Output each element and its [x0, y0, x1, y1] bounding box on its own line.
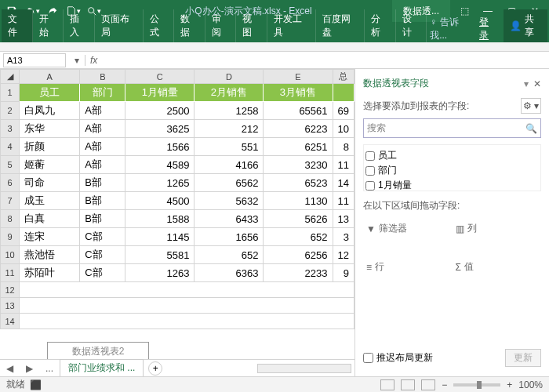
view-pagebreak-icon[interactable] — [421, 379, 435, 390]
cell[interactable]: 1588 — [125, 210, 195, 228]
cell[interactable]: 司命 — [20, 174, 80, 192]
col-header[interactable]: D — [195, 70, 264, 84]
cell[interactable]: B部 — [80, 174, 125, 192]
row-header[interactable]: 5 — [1, 156, 20, 174]
tab-analyze[interactable]: 分析 — [365, 9, 396, 42]
row-header[interactable]: 12 — [1, 282, 20, 298]
cell[interactable]: 2500 — [125, 102, 195, 120]
zoom-in-icon[interactable]: + — [507, 379, 512, 390]
cell[interactable] — [20, 314, 354, 329]
field-checkbox[interactable] — [365, 166, 375, 176]
area-filter[interactable]: ▼筛选器 — [363, 220, 453, 237]
sheet-nav-more[interactable]: ... — [39, 363, 60, 374]
row-header[interactable]: 14 — [1, 314, 20, 329]
tab-layout[interactable]: 页面布局 — [95, 9, 144, 42]
cell[interactable]: 1263 — [125, 264, 195, 282]
add-sheet-button[interactable]: + — [148, 361, 162, 376]
tab-review[interactable]: 审阅 — [205, 9, 237, 42]
name-box[interactable] — [3, 53, 66, 67]
tab-file[interactable]: 文件 — [2, 9, 33, 42]
cell[interactable]: 6256 — [264, 246, 333, 264]
view-layout-icon[interactable] — [401, 379, 415, 390]
row-header[interactable]: 10 — [1, 246, 20, 264]
tab-data[interactable]: 数据 — [174, 9, 205, 42]
cell[interactable]: A部 — [80, 102, 125, 120]
tab-baidu[interactable]: 百度网盘 — [316, 9, 365, 42]
cell[interactable]: 1月销量 — [125, 84, 195, 102]
cell[interactable]: 551 — [195, 138, 264, 156]
col-header[interactable]: E — [264, 70, 333, 84]
cell[interactable]: 8 — [333, 138, 354, 156]
cell[interactable]: 5626 — [264, 210, 333, 228]
tab-formulas[interactable]: 公式 — [144, 9, 175, 42]
cell[interactable]: 连宋 — [20, 228, 80, 246]
cell[interactable]: 姬蘅 — [20, 156, 80, 174]
cell[interactable]: 4166 — [195, 156, 264, 174]
cell[interactable]: 652 — [264, 228, 333, 246]
tab-design[interactable]: 设计 — [396, 9, 427, 42]
pivot-placeholder[interactable]: 数据透视表2 — [47, 342, 149, 361]
cell[interactable]: 4589 — [125, 156, 195, 174]
cell[interactable]: 6523 — [264, 174, 333, 192]
cell[interactable]: 部门 — [80, 84, 125, 102]
cell[interactable]: 6251 — [264, 138, 333, 156]
cell[interactable]: 4500 — [125, 192, 195, 210]
cell[interactable]: 苏陌叶 — [20, 264, 80, 282]
cell[interactable]: 员工 — [20, 84, 80, 102]
cell[interactable]: A部 — [80, 138, 125, 156]
cell[interactable]: 1130 — [264, 192, 333, 210]
cell[interactable]: 3月销售 — [264, 84, 333, 102]
update-button[interactable]: 更新 — [505, 349, 541, 367]
cell[interactable]: 白真 — [20, 210, 80, 228]
row-header[interactable]: 11 — [1, 264, 20, 282]
field-list[interactable]: 员工 部门 1月销量 — [363, 144, 541, 191]
macro-record-icon[interactable]: ⬛ — [30, 379, 42, 390]
zoom-level[interactable]: 100% — [518, 379, 543, 390]
tab-home[interactable]: 开始 — [33, 9, 64, 42]
tab-view[interactable]: 视图 — [236, 9, 267, 42]
horizontal-scrollbar[interactable] — [257, 364, 351, 373]
cell[interactable]: 6433 — [195, 210, 264, 228]
col-header[interactable]: C — [125, 70, 195, 84]
col-header[interactable]: B — [80, 70, 125, 84]
cell[interactable]: A部 — [80, 156, 125, 174]
cell[interactable]: 3625 — [125, 120, 195, 138]
row-header[interactable]: 9 — [1, 228, 20, 246]
area-rows[interactable]: ≡行 — [363, 259, 453, 275]
col-header[interactable]: A — [20, 70, 80, 84]
cell[interactable]: 1258 — [195, 102, 264, 120]
cell[interactable]: 5632 — [195, 192, 264, 210]
tab-insert[interactable]: 插入 — [64, 9, 95, 42]
fx-label[interactable]: fx — [85, 55, 102, 66]
share-button[interactable]: 👤 共享 — [504, 9, 547, 42]
zoom-out-icon[interactable]: − — [442, 379, 447, 390]
cell[interactable]: 折颜 — [20, 138, 80, 156]
sheet-nav-prev-icon[interactable]: ◀ — [0, 363, 20, 374]
row-header[interactable]: 6 — [1, 174, 20, 192]
cell[interactable]: 13 — [333, 210, 354, 228]
login-link[interactable]: 登录 — [473, 16, 504, 42]
cell[interactable]: B部 — [80, 192, 125, 210]
field-item[interactable]: 员工 — [365, 148, 539, 163]
sheet-nav-next-icon[interactable]: ▶ — [20, 363, 39, 374]
sheet-tab[interactable]: 部门业绩求和 ... — [60, 359, 144, 377]
gear-icon[interactable]: ⚙ ▾ — [521, 98, 541, 114]
cell[interactable] — [20, 282, 354, 298]
cell[interactable]: C部 — [80, 228, 125, 246]
cell[interactable]: C部 — [80, 246, 125, 264]
row-header[interactable]: 8 — [1, 210, 20, 228]
cell[interactable]: 1145 — [125, 228, 195, 246]
cell[interactable] — [20, 298, 354, 314]
cell[interactable]: 652 — [195, 246, 264, 264]
cell[interactable]: 2233 — [264, 264, 333, 282]
field-search-input[interactable]: 搜索 🔍 — [363, 118, 541, 138]
field-checkbox[interactable] — [365, 151, 375, 161]
field-item[interactable]: 部门 — [365, 163, 539, 178]
select-all[interactable]: ◢ — [1, 70, 20, 84]
defer-checkbox[interactable] — [363, 353, 373, 363]
cell[interactable]: 3 — [333, 228, 354, 246]
cell[interactable]: 3230 — [264, 156, 333, 174]
field-item[interactable]: 1月销量 — [365, 178, 539, 191]
row-header[interactable]: 13 — [1, 298, 20, 314]
field-checkbox[interactable] — [365, 181, 375, 191]
